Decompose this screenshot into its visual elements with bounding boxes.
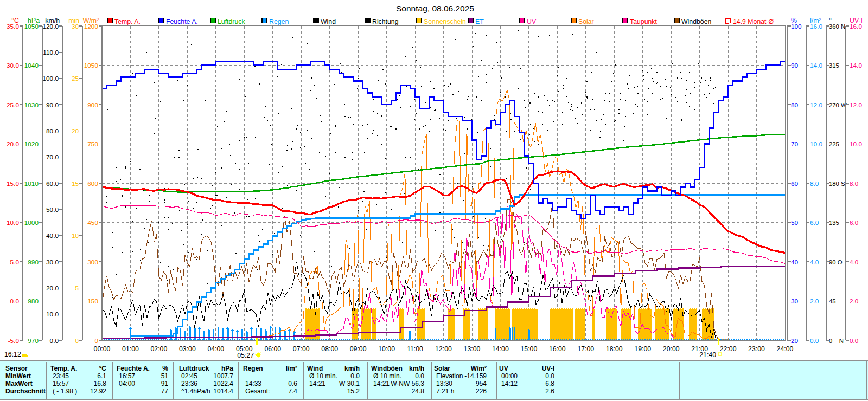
svg-text:15:57: 15:57 <box>53 380 69 387</box>
svg-text:80.0: 80.0 <box>46 127 59 135</box>
svg-text:UV: UV <box>527 18 537 25</box>
svg-text:10: 10 <box>72 232 79 240</box>
svg-text:40: 40 <box>791 258 799 266</box>
svg-text:990: 990 <box>28 258 39 266</box>
svg-text:13:00: 13:00 <box>464 345 481 353</box>
svg-text:25.0: 25.0 <box>7 101 19 109</box>
svg-text:20: 20 <box>791 337 799 345</box>
svg-text:6.1: 6.1 <box>97 372 106 380</box>
svg-text:12.92: 12.92 <box>90 387 106 395</box>
svg-text:21:40: 21:40 <box>699 351 716 359</box>
svg-text:min: min <box>68 17 79 24</box>
svg-text:0.0: 0.0 <box>810 337 819 345</box>
svg-text:17:00: 17:00 <box>577 345 594 353</box>
svg-text:ET: ET <box>475 18 484 25</box>
svg-text:50.0: 50.0 <box>46 206 59 214</box>
svg-text:°C: °C <box>99 365 107 372</box>
svg-text:20: 20 <box>72 127 79 135</box>
svg-text:1014.4: 1014.4 <box>213 387 233 395</box>
svg-text:10.0: 10.0 <box>850 140 862 148</box>
svg-text:14:21: 14:21 <box>373 380 390 387</box>
svg-text:0.0: 0.0 <box>350 372 360 380</box>
svg-text:UV-I: UV-I <box>850 17 863 24</box>
svg-text:20:00: 20:00 <box>663 345 680 353</box>
svg-text:km/h: km/h <box>344 365 360 372</box>
svg-text:Sonntag, 08.06.2025: Sonntag, 08.06.2025 <box>396 4 474 13</box>
svg-text:Temp. A.: Temp. A. <box>50 365 77 372</box>
svg-text:30.0: 30.0 <box>46 258 59 266</box>
svg-text:5: 5 <box>75 284 79 292</box>
svg-text:6.0: 6.0 <box>810 219 819 227</box>
svg-text:-5.0: -5.0 <box>8 337 20 345</box>
svg-text:MinWert: MinWert <box>5 372 31 380</box>
svg-text:6.8: 6.8 <box>545 380 554 387</box>
svg-text:15:00: 15:00 <box>521 345 538 353</box>
svg-text:Sensor: Sensor <box>5 365 28 372</box>
svg-text:15.2: 15.2 <box>347 387 360 395</box>
svg-text:2.6: 2.6 <box>545 387 554 395</box>
svg-text:%: % <box>162 365 168 372</box>
svg-text:2.0: 2.0 <box>850 297 859 305</box>
svg-text:Gesamt:: Gesamt: <box>245 387 270 395</box>
svg-text:10:00: 10:00 <box>378 345 395 353</box>
svg-text:Ø 10 min.: Ø 10 min. <box>309 372 337 380</box>
svg-text:02:45: 02:45 <box>181 372 197 380</box>
svg-text:14.0: 14.0 <box>810 62 822 69</box>
svg-text:0.0: 0.0 <box>50 337 59 345</box>
svg-text:°: ° <box>829 17 832 24</box>
svg-text:0 N: 0 N <box>829 338 844 344</box>
svg-text:16.8: 16.8 <box>94 380 107 387</box>
svg-text:14.9 Monat-Ø: 14.9 Monat-Ø <box>733 18 774 25</box>
svg-text:22:00: 22:00 <box>720 345 737 353</box>
svg-text:14:12: 14:12 <box>501 380 518 387</box>
svg-text:08:00: 08:00 <box>321 345 338 353</box>
svg-text:750: 750 <box>87 140 98 148</box>
svg-text:Taupunkt: Taupunkt <box>630 18 657 25</box>
svg-text:70: 70 <box>791 140 799 148</box>
svg-text:135: 135 <box>829 219 839 226</box>
svg-text:l/m²: l/m² <box>810 17 821 24</box>
svg-text:hPa: hPa <box>221 365 233 372</box>
svg-text:Feuchte A.: Feuchte A. <box>166 18 198 25</box>
svg-text:km/h: km/h <box>45 17 60 24</box>
svg-text:25: 25 <box>72 75 79 82</box>
svg-text:24.8: 24.8 <box>412 387 425 395</box>
svg-text:Solar: Solar <box>434 365 450 372</box>
svg-text:12.0: 12.0 <box>810 101 822 109</box>
svg-text:Richtung: Richtung <box>372 18 399 25</box>
svg-text:%: % <box>791 17 797 24</box>
svg-text:0: 0 <box>75 337 79 345</box>
svg-text:10.0: 10.0 <box>46 311 59 318</box>
svg-text:80: 80 <box>791 101 799 109</box>
svg-text:1050: 1050 <box>84 62 99 69</box>
svg-text:2.0: 2.0 <box>810 297 819 305</box>
svg-text:01:00: 01:00 <box>122 345 139 353</box>
svg-text:6.0: 6.0 <box>850 219 859 227</box>
svg-text:06:00: 06:00 <box>264 345 281 353</box>
svg-text:1007.7: 1007.7 <box>213 372 233 380</box>
svg-text:Feuchte A.: Feuchte A. <box>117 365 150 372</box>
svg-text:04:00: 04:00 <box>207 345 224 353</box>
svg-text:77: 77 <box>161 387 169 395</box>
svg-text:Temp. A.: Temp. A. <box>114 18 141 25</box>
svg-text:Sonnenschein: Sonnenschein <box>424 18 466 25</box>
svg-text:91: 91 <box>161 380 169 387</box>
svg-text:W-NW 56.3: W-NW 56.3 <box>391 380 424 387</box>
svg-text:30.0: 30.0 <box>7 62 19 69</box>
svg-text:05:27: 05:27 <box>237 352 254 359</box>
svg-text:4.0: 4.0 <box>810 258 819 266</box>
svg-text:MaxWert: MaxWert <box>5 380 33 387</box>
svg-text:980: 980 <box>28 297 39 305</box>
svg-text:07:00: 07:00 <box>293 345 310 353</box>
svg-text:60: 60 <box>791 180 799 187</box>
svg-text:04:00: 04:00 <box>119 380 135 387</box>
svg-text:24:00: 24:00 <box>777 345 794 353</box>
svg-text:Luftdruck: Luftdruck <box>218 18 245 25</box>
svg-text:60.0: 60.0 <box>46 180 59 187</box>
svg-text:315: 315 <box>829 62 839 69</box>
svg-text:16:57: 16:57 <box>119 372 135 380</box>
svg-text:0: 0 <box>94 337 98 345</box>
svg-text:0.0: 0.0 <box>10 297 20 305</box>
svg-text:270 W: 270 W <box>829 102 847 108</box>
svg-text:20.0: 20.0 <box>46 284 59 292</box>
